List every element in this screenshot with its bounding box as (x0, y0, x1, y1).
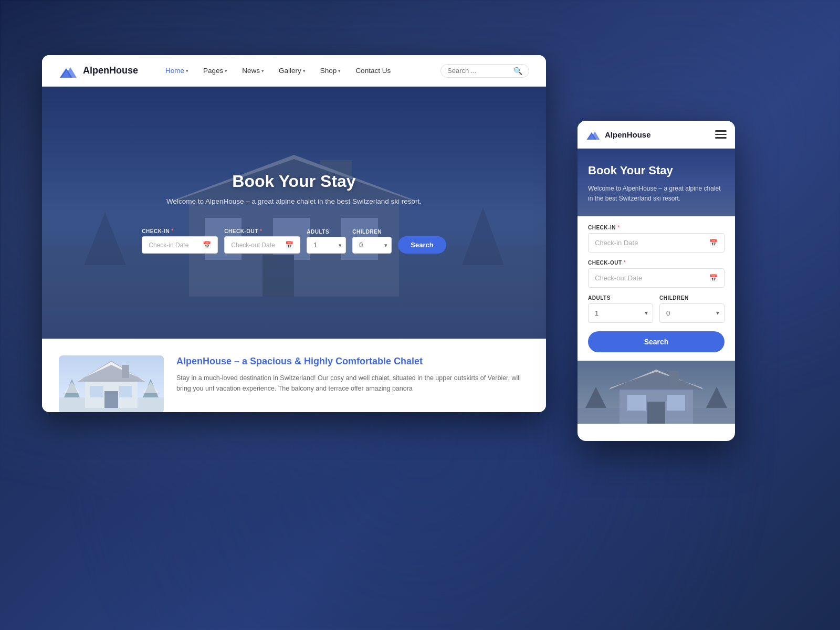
svg-marker-14 (462, 207, 504, 265)
nav-item-news[interactable]: News ▾ (236, 64, 270, 78)
chalet-thumbnail-svg (59, 355, 164, 412)
svg-rect-11 (262, 255, 294, 297)
mobile-house-svg (578, 361, 735, 424)
mobile-hero-subtitle: Welcome to AlpenHouse – a great alpine c… (588, 184, 724, 204)
svg-rect-38 (667, 395, 685, 411)
mobile-children-label: CHILDREN (659, 295, 724, 301)
mobile-children-group: CHILDREN 0 1 2 3 (659, 295, 724, 323)
mobile-checkout-calendar-icon: 📅 (709, 274, 718, 282)
mobile-booking-form: CHECK-IN * Check-in Date 📅 CHECK-OUT * C… (578, 216, 735, 361)
desktop-hero: Book Your Stay Welcome to AlpenHouse – a… (42, 87, 546, 339)
news-chevron-icon: ▾ (261, 68, 264, 74)
home-chevron-icon: ▾ (186, 68, 188, 74)
desktop-adults-label: ADULTS (307, 229, 346, 235)
nav-item-shop[interactable]: Shop ▾ (314, 64, 348, 78)
desktop-children-select[interactable]: 0 1 2 3 (352, 237, 392, 254)
desktop-children-group: CHILDREN 0 1 2 3 (352, 229, 392, 254)
hero-house-illustration (42, 139, 546, 307)
desktop-chalet-image (59, 355, 164, 412)
mobile-house-image (578, 361, 735, 424)
desktop-children-label: CHILDREN (352, 229, 392, 235)
svg-marker-13 (84, 213, 126, 265)
mobile-logo-area[interactable]: AlpenHouse (586, 128, 651, 141)
svg-rect-39 (647, 402, 665, 424)
mobile-adults-wrapper: 1 2 3 4 (588, 303, 653, 323)
mobile-logo-icon (586, 128, 601, 141)
desktop-checkout-group: CHECK-OUT * Check-out Date 📅 (224, 228, 300, 254)
desktop-adults-select[interactable]: 1 2 3 4 (307, 237, 346, 254)
desktop-checkout-label: CHECK-OUT * (224, 228, 300, 234)
mobile-checkin-calendar-icon: 📅 (709, 239, 718, 247)
mobile-checkout-label: CHECK-OUT * (588, 260, 724, 266)
mobile-logo-text: AlpenHouse (605, 130, 651, 139)
mobile-checkin-input[interactable]: Check-in Date 📅 (588, 233, 724, 253)
mobile-checkout-group: CHECK-OUT * Check-out Date 📅 (588, 260, 724, 288)
desktop-hero-subtitle: Welcome to AlpenHouse – a great alpine c… (166, 197, 422, 205)
desktop-checkout-input[interactable]: Check-out Date 📅 (224, 236, 300, 254)
desktop-content-description: Stay in a much-loved destination in Swit… (176, 373, 529, 394)
desktop-content-text: AlpenHouse – a Spacious & Highly Comfort… (176, 355, 529, 406)
desktop-logo-area[interactable]: AlpenHouse (59, 63, 138, 79)
mobile-checkin-group: CHECK-IN * Check-in Date 📅 (588, 225, 724, 253)
pages-chevron-icon: ▾ (225, 68, 227, 74)
checkin-calendar-icon: 📅 (203, 241, 211, 249)
desktop-search-area[interactable]: 🔍 (440, 64, 529, 78)
nav-item-contact[interactable]: Contact Us (349, 64, 397, 78)
svg-rect-37 (627, 395, 646, 411)
desktop-checkin-label: CHECK-IN * (142, 228, 218, 234)
mobile-hero-title: Book Your Stay (588, 163, 724, 178)
svg-rect-36 (669, 371, 679, 387)
desktop-search-button[interactable]: Search (398, 236, 446, 254)
desktop-content-section: AlpenHouse – a Spacious & Highly Comfort… (42, 339, 546, 412)
mobile-window: AlpenHouse Book Your Stay Welcome to Alp… (578, 121, 735, 441)
nav-item-home[interactable]: Home ▾ (159, 64, 195, 78)
desktop-adults-wrapper: 1 2 3 4 (307, 237, 346, 254)
desktop-adults-group: ADULTS 1 2 3 4 (307, 229, 346, 254)
nav-item-pages[interactable]: Pages ▾ (197, 64, 234, 78)
mobile-children-wrapper: 0 1 2 3 (659, 303, 724, 323)
desktop-checkin-group: CHECK-IN * Check-in Date 📅 (142, 228, 218, 254)
desktop-navbar: AlpenHouse Home ▾ Pages ▾ News ▾ Gallery… (42, 55, 546, 87)
desktop-hero-content: Book Your Stay Welcome to AlpenHouse – a… (166, 172, 422, 205)
svg-rect-22 (119, 386, 132, 397)
desktop-children-wrapper: 0 1 2 3 (352, 237, 392, 254)
shop-chevron-icon: ▾ (338, 68, 341, 74)
mobile-selects-row: ADULTS 1 2 3 4 CHILDREN 0 1 2 (588, 295, 724, 323)
mobile-children-select[interactable]: 0 1 2 3 (659, 303, 724, 323)
mobile-checkin-label: CHECK-IN * (588, 225, 724, 230)
mobile-checkout-input[interactable]: Check-out Date 📅 (588, 268, 724, 288)
mobile-adults-label: ADULTS (588, 295, 653, 301)
mobile-adults-select[interactable]: 1 2 3 4 (588, 303, 653, 323)
mobile-navbar: AlpenHouse (578, 121, 735, 149)
desktop-logo-text: AlpenHouse (83, 65, 138, 76)
search-icon: 🔍 (513, 67, 522, 75)
svg-rect-20 (122, 365, 129, 378)
desktop-hero-title: Book Your Stay (166, 172, 422, 191)
svg-rect-21 (90, 386, 103, 397)
desktop-nav-links: Home ▾ Pages ▾ News ▾ Gallery ▾ Shop ▾ C… (159, 64, 440, 78)
gallery-chevron-icon: ▾ (303, 68, 306, 74)
mobile-search-button[interactable]: Search (588, 331, 724, 352)
mobile-hero: Book Your Stay Welcome to AlpenHouse – a… (578, 149, 735, 216)
desktop-logo-icon (59, 63, 78, 79)
svg-rect-23 (104, 391, 118, 408)
hamburger-menu[interactable] (715, 130, 727, 139)
desktop-booking-form: CHECK-IN * Check-in Date 📅 CHECK-OUT * C… (142, 228, 446, 254)
desktop-window: AlpenHouse Home ▾ Pages ▾ News ▾ Gallery… (42, 55, 546, 412)
checkout-calendar-icon: 📅 (285, 241, 293, 249)
desktop-content-title: AlpenHouse – a Spacious & Highly Comfort… (176, 355, 529, 368)
desktop-checkin-input[interactable]: Check-in Date 📅 (142, 236, 218, 254)
desktop-search-input[interactable] (447, 67, 510, 75)
mobile-adults-group: ADULTS 1 2 3 4 (588, 295, 653, 323)
nav-item-gallery[interactable]: Gallery ▾ (272, 64, 312, 78)
